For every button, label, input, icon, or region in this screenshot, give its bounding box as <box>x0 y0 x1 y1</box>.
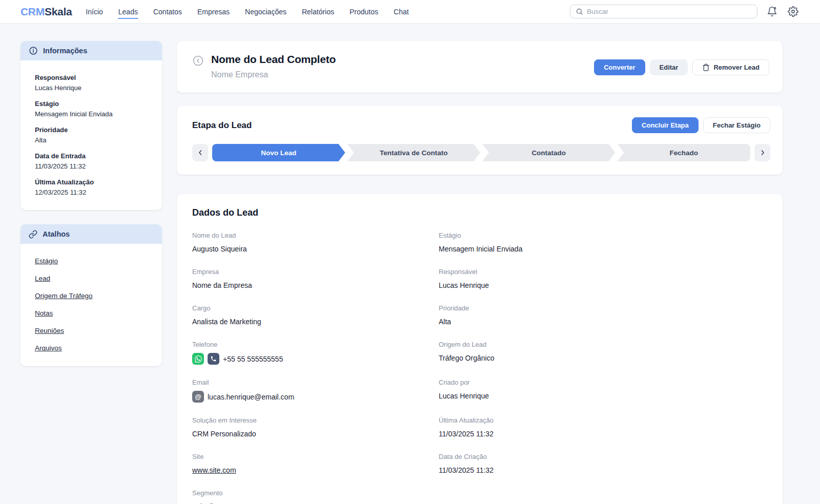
field-value: 11/03/2025 11:32 <box>439 465 767 475</box>
main-nav: Início Leads Contatos Empresas Negociaçõ… <box>85 1 409 23</box>
site-link[interactable]: www.site.com <box>192 466 236 474</box>
nav-item-empresas[interactable]: Empresas <box>197 1 230 23</box>
stage-step-tentativa-de-contato[interactable]: Tentativa de Contato <box>347 144 481 161</box>
field-label: Data de Criação <box>439 453 767 460</box>
brand-logo[interactable]: CRMSkala <box>20 6 72 18</box>
lead-actions: Converter Editar Remover Lead <box>594 59 769 75</box>
shortcut-link-lead[interactable]: Lead <box>35 275 154 282</box>
field-label: Nome do Lead <box>192 232 439 239</box>
nav-item-contatos[interactable]: Contatos <box>153 1 182 23</box>
nav-item-inicio[interactable]: Início <box>85 1 103 23</box>
field-label: Última Atualização <box>439 416 767 424</box>
field-email: Email @ lucas.henrique@email.com <box>192 379 439 403</box>
field-nome-do-lead: Nome do Lead Augusto Siqueira <box>192 232 439 254</box>
field-responsavel: Responsável Lucas Henrique <box>439 268 767 290</box>
field-value-row: @ lucas.henrique@email.com <box>192 391 439 403</box>
info-field-label: Estágio <box>35 100 154 108</box>
email-address: lucas.henrique@email.com <box>208 392 294 402</box>
info-field-value: Lucas Henrique <box>35 83 154 92</box>
shortcut-link-estagio[interactable]: Estágio <box>35 257 154 265</box>
settings-button[interactable] <box>787 5 799 18</box>
whatsapp-button[interactable] <box>192 353 204 365</box>
info-field-value: 11/03/2025 11:32 <box>35 162 154 171</box>
brand-skala: Skala <box>45 6 72 17</box>
converter-button[interactable]: Converter <box>594 59 645 75</box>
top-navbar: CRMSkala Início Leads Contatos Empresas … <box>0 0 820 24</box>
field-value: 11/03/2025 11:32 <box>439 429 767 439</box>
field-empresa: Empresa Nome da Empresa <box>192 268 439 290</box>
nav-item-produtos[interactable]: Produtos <box>349 1 379 23</box>
lead-titles: Nome do Lead Completo Nome Empresa <box>211 53 336 79</box>
field-solucao-em-interesse: Solução em Interesse CRM Personalizado <box>192 416 439 439</box>
nav-item-relatorios[interactable]: Relatórios <box>301 1 335 23</box>
search-input[interactable] <box>587 8 752 15</box>
stage-step-fechado[interactable]: Fechado <box>618 144 751 161</box>
field-label: Site <box>192 453 439 460</box>
info-field-value: Alta <box>35 136 154 144</box>
stage-card: Etapa do Lead Concluir Etapa Fechar Está… <box>177 106 783 175</box>
field-criado-por: Criado por Lucas Henrique <box>439 379 767 403</box>
info-panel-title: Informações <box>43 47 87 55</box>
stage-prev-button[interactable] <box>192 144 208 161</box>
remover-lead-button[interactable]: Remover Lead <box>692 59 769 75</box>
stage-step-novo-lead[interactable]: Novo Lead <box>212 144 345 161</box>
info-field: Estágio Mensagem Inicial Enviada <box>35 100 154 118</box>
concluir-etapa-button[interactable]: Concluir Etapa <box>632 117 699 133</box>
shortcut-link-reunioes[interactable]: Reuniões <box>35 327 154 334</box>
info-field-label: Responsável <box>35 74 154 81</box>
info-panel-header: Informações <box>20 41 162 60</box>
field-ultima-atualizacao: Última Atualização 11/03/2025 11:32 <box>439 416 767 439</box>
info-field-label: Data de Entrada <box>35 152 154 160</box>
lead-data-title: Dados do Lead <box>192 207 767 218</box>
lead-title: Nome do Lead Completo <box>211 53 336 66</box>
field-value: Analista de Marketing <box>192 317 439 327</box>
info-field: Última Atualização 12/03/2025 11:32 <box>35 178 154 197</box>
field-telefone: Telefone <box>192 341 439 365</box>
editar-button[interactable]: Editar <box>650 59 688 75</box>
content-area: Informações Responsável Lucas Henrique E… <box>0 24 820 504</box>
info-field: Prioridade Alta <box>35 126 154 144</box>
call-button[interactable] <box>208 353 219 365</box>
shortcut-link-notas[interactable]: Notas <box>35 309 154 317</box>
shortcut-link-origem-de-trafego[interactable]: Origem de Tráfego <box>35 292 154 300</box>
fechar-estagio-button[interactable]: Fechar Estágio <box>703 117 770 133</box>
email-icon: @ <box>192 391 204 403</box>
field-label: Cargo <box>192 304 439 312</box>
info-field-value: Mensagem Inicial Enviada <box>35 110 154 118</box>
nav-item-negociacoes[interactable]: Negociações <box>244 1 287 23</box>
field-value: Nome da Empresa <box>192 280 439 290</box>
info-panel-body: Responsável Lucas Henrique Estágio Mensa… <box>20 60 162 210</box>
back-button[interactable] <box>192 55 204 67</box>
field-value: Tráfego Orgânico <box>439 353 767 363</box>
nav-item-chat[interactable]: Chat <box>393 1 409 23</box>
field-label: Origem do Lead <box>439 341 767 348</box>
arrow-left-circle-icon <box>192 55 204 67</box>
field-label: Telefone <box>192 341 439 348</box>
field-value: Lucas Henrique <box>439 391 767 401</box>
info-field: Data de Entrada 11/03/2025 11:32 <box>35 152 154 171</box>
link-icon <box>29 230 37 239</box>
lead-subtitle: Nome Empresa <box>211 70 336 79</box>
field-prioridade: Prioridade Alta <box>439 304 767 327</box>
phone-icon <box>210 355 217 362</box>
field-label: Solução em Interesse <box>192 416 439 424</box>
shortcut-link-arquivos[interactable]: Arquivos <box>35 344 154 352</box>
field-value: CRM Personalizado <box>192 429 439 439</box>
sidebar: Informações Responsável Lucas Henrique E… <box>20 41 162 504</box>
field-label: Criado por <box>439 379 767 386</box>
search-icon <box>576 8 583 15</box>
search-box[interactable] <box>570 5 757 18</box>
stage-title: Etapa do Lead <box>192 120 252 131</box>
stage-next-button[interactable] <box>754 144 770 161</box>
field-value: Mensagem Inicial Enviada <box>439 244 767 254</box>
info-field: Responsável Lucas Henrique <box>35 74 154 92</box>
notifications-button[interactable] <box>766 5 778 18</box>
field-segmento: Segmento Aviação <box>192 489 439 504</box>
nav-item-leads[interactable]: Leads <box>118 1 138 23</box>
shortcuts-panel-header: Atalhos <box>20 224 162 244</box>
stage-step-contatado[interactable]: Contatado <box>482 144 616 161</box>
field-data-de-criacao: Data de Criação 11/03/2025 11:32 <box>439 453 767 475</box>
info-field-label: Última Atualização <box>35 178 154 186</box>
phone-number: +55 55 555555555 <box>223 354 283 364</box>
field-label: Segmento <box>192 489 439 497</box>
